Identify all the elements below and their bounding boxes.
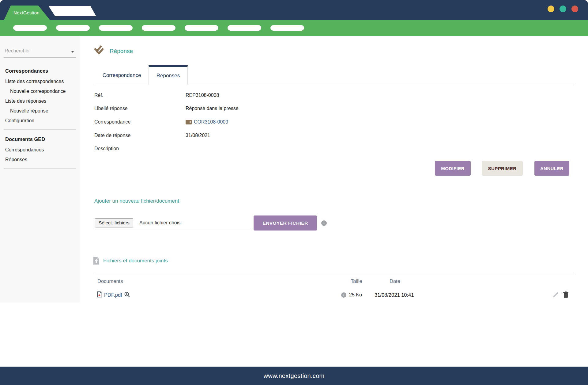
field-label: Description [94, 146, 186, 151]
wallet-icon [186, 120, 192, 124]
sidebar: Correspondances Liste des correspondance… [0, 36, 80, 303]
edit-pencil-icon[interactable] [552, 291, 559, 299]
menu-pill-4[interactable] [142, 25, 175, 31]
correspondance-link[interactable]: COR3108-0009 [194, 119, 228, 125]
window-control-red[interactable] [571, 6, 578, 12]
sidebar-item-configuration[interactable]: Configuration [5, 118, 80, 123]
column-header-size: Taille [351, 278, 362, 284]
form-row-date: Date de réponse 31/08/2021 [94, 133, 431, 138]
field-value: 31/08/2021 [186, 133, 210, 138]
menu-pill-3[interactable] [99, 25, 133, 31]
sidebar-item-liste-reponses[interactable]: Liste des réponses [5, 98, 80, 104]
tab-reponses[interactable]: Réponses [149, 65, 188, 85]
form-row-description: Description [94, 146, 431, 151]
sidebar-heading-correspondances: Correspondances [5, 68, 80, 74]
menu-pill-1[interactable] [13, 25, 47, 31]
menu-pill-2[interactable] [56, 25, 90, 31]
delete-button[interactable]: SUPPRIMER [482, 161, 523, 176]
zoom-preview-icon[interactable] [124, 292, 130, 299]
sidebar-item-nouvelle-correspondance[interactable]: Nouvelle correspondance [10, 89, 80, 94]
footer-url: www.nextgestion.com [263, 372, 324, 379]
page-title: Réponse [110, 48, 133, 55]
sidebar-item-ged-reponses[interactable]: Réponses [5, 157, 80, 162]
attachments-section-title: Fichiers et documents joints [103, 258, 168, 264]
document-size: 25 Ko [349, 292, 362, 298]
window-control-teal[interactable] [560, 6, 566, 12]
menu-pill-6[interactable] [228, 25, 261, 31]
menu-pill-7[interactable] [270, 25, 304, 31]
main-menu-bar [0, 20, 588, 36]
attachments-divider [94, 274, 575, 274]
select-files-button[interactable]: Sélect. fichiers [95, 218, 133, 227]
chevron-down-icon[interactable] [71, 51, 74, 53]
sidebar-divider [4, 129, 76, 130]
sidebar-divider [4, 168, 76, 169]
top-bar: NextGestion [0, 0, 588, 20]
info-icon[interactable]: i [341, 292, 346, 298]
brand-name: NextGestion [13, 10, 40, 15]
column-header-documents: Documents [97, 278, 123, 284]
column-header-date: Date [390, 278, 400, 284]
form-row-correspondance: Correspondance COR3108-0009 [94, 119, 431, 125]
table-row: PDF.pdf i 25 Ko 31/08/2021 10:41 [0, 291, 588, 302]
send-file-button[interactable]: ENVOYER FICHIER [254, 215, 317, 231]
menu-pill-5[interactable] [185, 25, 218, 31]
field-value: REP3108-0008 [186, 93, 219, 98]
pdf-file-icon [97, 291, 102, 299]
info-icon[interactable]: i [321, 220, 327, 226]
brand-logo-tab[interactable]: NextGestion [4, 6, 50, 20]
field-label: Libellé réponse [94, 106, 186, 111]
form-row-libelle: Libellé réponse Réponse dans la presse [94, 106, 431, 111]
file-chosen-status: Aucun fichier choisi [139, 220, 182, 226]
cancel-button[interactable]: ANNULER [534, 161, 569, 176]
sidebar-search [4, 47, 76, 58]
file-upload-icon [93, 257, 100, 266]
sidebar-search-input[interactable] [4, 47, 76, 55]
sidebar-heading-documents-ged: Documents GED [5, 136, 80, 142]
tab-correspondance[interactable]: Correspondance [95, 67, 149, 84]
file-input-underline [94, 230, 251, 230]
decorative-tab-shape [48, 6, 96, 16]
field-value: Réponse dans la presse [186, 106, 239, 111]
double-check-icon [94, 45, 105, 57]
form-row-ref: Réf. REP3108-0008 [94, 93, 431, 98]
footer: www.nextgestion.com [0, 367, 588, 385]
window-control-yellow[interactable] [548, 6, 554, 12]
document-date: 31/08/2021 10:41 [375, 292, 414, 298]
trash-icon[interactable] [563, 291, 569, 299]
field-label: Correspondance [94, 119, 186, 125]
field-label: Réf. [94, 93, 186, 98]
sidebar-item-nouvelle-reponse[interactable]: Nouvelle réponse [10, 108, 80, 113]
modify-button[interactable]: MODIFIER [435, 161, 471, 176]
app-window: NextGestion Correspondances Liste des co… [0, 0, 588, 385]
sidebar-item-ged-correspondances[interactable]: Correspondances [5, 147, 80, 152]
field-label: Date de réponse [94, 133, 186, 138]
document-link[interactable]: PDF.pdf [104, 292, 122, 298]
sidebar-item-liste-correspondances[interactable]: Liste des correspondances [5, 79, 80, 84]
upload-section-title: Ajouter un nouveau fichier/document [94, 198, 179, 204]
